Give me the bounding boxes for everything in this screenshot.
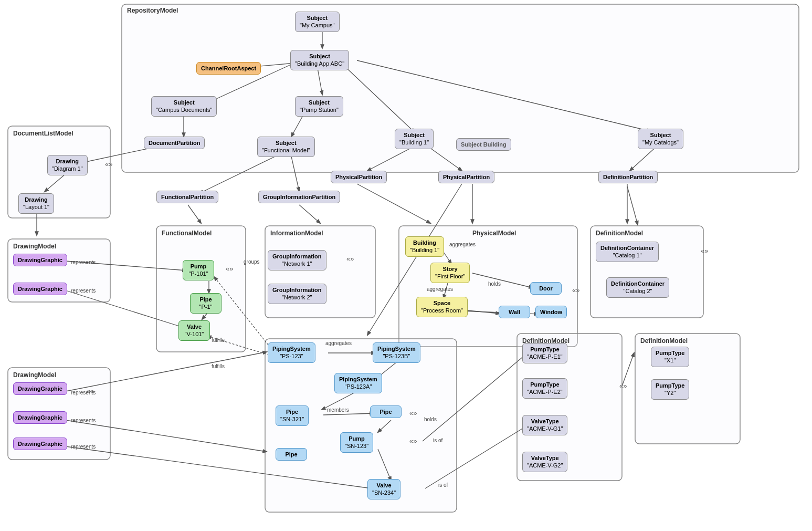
svg-line-38	[299, 205, 320, 223]
node-physical-partition2: PhysicalPartition	[438, 171, 494, 183]
node-drawing-layout1: Drawing "Layout 1"	[18, 193, 54, 214]
node-drawing-graphic5: DrawingGraphic	[13, 438, 67, 450]
label-represents3: represents	[71, 390, 96, 395]
node-valvetype-g1: ValveType "ACME-V-G1"	[522, 415, 567, 435]
chevron-physical: «»	[572, 286, 579, 294]
label-fulfills2: fulfills	[212, 363, 225, 369]
node-pipe-right: Pipe	[370, 405, 402, 418]
node-physical-partition1: PhysicalPartition	[331, 171, 387, 183]
chevron-pump-sn123: «»	[409, 437, 417, 445]
svg-line-35	[291, 157, 299, 191]
node-subject-campus-docs: Subject "Campus Documents"	[151, 96, 217, 117]
label-members: members	[327, 407, 349, 413]
node-pumptype-x1: PumpType "X1"	[651, 347, 689, 367]
node-pumptype-y2: PumpType "Y2"	[651, 379, 689, 400]
node-group-info-partition: GroupInformationPartition	[258, 191, 340, 203]
node-door: Door	[530, 282, 562, 295]
node-piping-ps123: PipingSystem "PS-123"	[268, 342, 315, 363]
svg-line-66	[627, 186, 638, 225]
label-represents4: represents	[71, 418, 96, 423]
node-definition-partition: DefinitionPartition	[598, 171, 658, 183]
node-pipe-p1: Pipe "P-1"	[190, 293, 222, 314]
label-aggregates2: aggregates	[427, 286, 453, 292]
node-wall: Wall	[499, 306, 530, 318]
label-is-of1: is of	[433, 438, 442, 443]
svg-line-60	[425, 425, 528, 488]
chevron-defcont1: «»	[701, 247, 708, 255]
label-aggregates3: aggregates	[325, 340, 352, 346]
svg-line-25	[318, 68, 322, 95]
svg-rect-12	[590, 226, 703, 318]
node-drawing-graphic2: DrawingGraphic	[13, 283, 67, 295]
label-represents5: represents	[71, 444, 96, 450]
svg-text:DrawingModel: DrawingModel	[13, 371, 56, 379]
svg-text:InformationModel: InformationModel	[270, 230, 323, 237]
svg-line-56	[323, 413, 374, 415]
node-pumptype-e2: PumpType "ACME-P-E2"	[522, 378, 567, 399]
node-subject-my-catalogs: Subject "My Catalogs"	[638, 129, 683, 149]
node-doc-partition: DocumentPartition	[144, 137, 205, 149]
node-valvetype-g2: ValveType "ACME-V-G2"	[522, 452, 567, 472]
node-subject-campus: Subject "My Campus"	[295, 12, 340, 32]
svg-line-26	[341, 63, 415, 132]
node-pump-p101: Pump "P-101"	[183, 260, 214, 280]
svg-rect-8	[265, 226, 375, 318]
diagram-lines: RepositoryModel DocumentListModel Drawin…	[0, 0, 812, 531]
label-represents1: represents	[71, 259, 96, 265]
label-groups: groups	[244, 259, 260, 265]
svg-text:DefinitionModel: DefinitionModel	[640, 337, 688, 345]
node-piping-ps123a: PipingSystem "PS-123A"	[334, 373, 382, 393]
svg-line-57	[378, 420, 391, 432]
node-drawing-graphic4: DrawingGraphic	[13, 411, 67, 424]
node-subject-buildingapp: Subject "Building App ABC"	[290, 50, 349, 70]
svg-line-62	[66, 420, 267, 452]
node-valve-v101: Valve "V-101"	[178, 320, 210, 341]
chevron-pipe-right: «»	[409, 409, 417, 417]
node-channel-root: ChannelRootAspect	[196, 62, 261, 75]
node-story-ff: Story "First Floor"	[430, 263, 470, 283]
node-functional-partition: FunctionalPartition	[156, 191, 218, 203]
svg-text:PhysicalModel: PhysicalModel	[472, 230, 516, 237]
node-subject-building1: Subject "Building 1"	[395, 129, 434, 149]
svg-line-59	[423, 353, 528, 441]
svg-line-27	[357, 60, 651, 131]
node-space-pr: Space "Process Room"	[416, 297, 468, 317]
label-is-of2: is of	[438, 482, 448, 488]
node-drawing-diagram1: Drawing "Diagram 1"	[47, 155, 88, 175]
node-group-info2: GroupInformation "Network 2"	[268, 284, 326, 304]
label-holds2: holds	[424, 417, 437, 422]
svg-line-44	[66, 290, 183, 327]
node-pumptype-e1: PumpType "ACME-P-E1"	[522, 343, 567, 363]
svg-line-37	[188, 205, 201, 223]
node-subject-pump-station: Subject "Pump Station"	[295, 96, 343, 117]
svg-line-49	[472, 273, 533, 288]
node-piping-ps123b: PipingSystem "PS-123B"	[373, 342, 420, 363]
label-fulfills1: fulfills	[212, 337, 225, 343]
label-holds1: holds	[488, 281, 501, 287]
node-valve-sn234: Valve "SN-234"	[367, 479, 400, 499]
node-building-b1: Building "Building 1"	[405, 236, 444, 257]
label-aggregates1: aggregates	[449, 242, 476, 247]
svg-line-47	[444, 252, 451, 264]
node-pipe-sn321: Pipe "SN-321"	[276, 405, 309, 426]
node-drawing-graphic1: DrawingGraphic	[13, 254, 67, 266]
diagram-container: RepositoryModel DocumentListModel Drawin…	[0, 0, 812, 531]
node-def-container1: DefinitionContainer "Catalog 1"	[596, 242, 659, 262]
node-subject-func-model: Subject "Functional Model"	[257, 137, 315, 157]
node-pipe-generic: Pipe	[276, 448, 307, 461]
node-pump-sn123: Pump "SN-123"	[340, 432, 373, 453]
svg-line-34	[199, 155, 278, 193]
svg-text:RepositoryModel: RepositoryModel	[127, 7, 178, 14]
node-window: Window	[535, 306, 567, 318]
label-represents2: represents	[71, 288, 96, 294]
chevron-pump: «»	[226, 265, 233, 273]
node-def-container2: DefinitionContainer "Catalog 2"	[606, 277, 669, 298]
svg-line-67	[622, 353, 634, 386]
svg-line-58	[378, 449, 391, 481]
svg-line-61	[66, 352, 267, 391]
node-group-info1: GroupInformation "Network 1"	[268, 250, 326, 270]
subject-building-label: Subject Building	[456, 138, 511, 151]
svg-text:DocumentListModel: DocumentListModel	[13, 130, 73, 137]
chevron-pte2: «»	[619, 382, 627, 390]
chevron-gi1: «»	[346, 255, 354, 263]
